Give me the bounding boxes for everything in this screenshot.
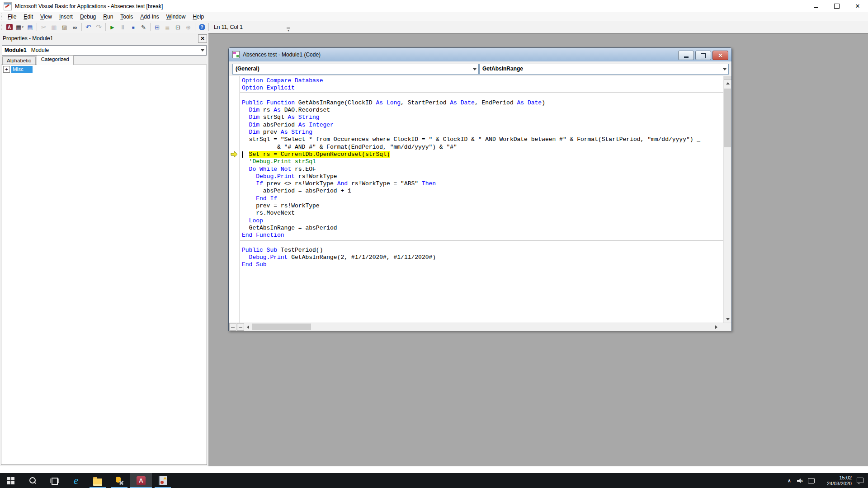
vertical-scroll-thumb[interactable] <box>724 89 731 147</box>
menu-item-add-ins[interactable]: Add-Ins <box>137 12 162 21</box>
project-explorer-button[interactable]: ⊞ <box>152 22 162 32</box>
chevron-down-icon[interactable] <box>721 64 728 74</box>
code-line[interactable]: Debug.Print GetAbsInRange(2, #1/1/2020#,… <box>242 254 724 261</box>
maximize-button[interactable] <box>826 0 847 12</box>
menu-item-help[interactable]: Help <box>189 12 208 21</box>
reset-button[interactable]: ■ <box>128 22 138 32</box>
cut-button[interactable]: ✂ <box>38 22 49 32</box>
design-mode-button[interactable]: ✎ <box>138 22 149 32</box>
minimize-button[interactable] <box>806 0 826 12</box>
code-line[interactable]: Debug.Print rs!WorkType <box>242 173 724 180</box>
clock[interactable]: 15:02 24/03/2020 <box>816 475 854 487</box>
code-line[interactable]: Set rs = CurrentDb.OpenRecordset(strSql) <box>242 151 724 158</box>
code-line[interactable]: Do While Not rs.EOF <box>242 166 724 173</box>
menu-item-run[interactable]: Run <box>99 12 117 21</box>
tablet-tray-icon[interactable] <box>806 473 816 488</box>
code-line[interactable]: absPeriod = absPeriod + 1 <box>242 188 724 195</box>
code-line[interactable]: Dim rs As DAO.Recordset <box>242 107 724 114</box>
code-line[interactable]: If prev <> rs!WorkType And rs!WorkType =… <box>242 180 724 188</box>
code-line[interactable]: prev = rs!WorkType <box>242 202 724 210</box>
code-restore-button[interactable] <box>695 51 711 60</box>
internet-explorer-taskbar-button[interactable]: e <box>65 473 87 488</box>
code-line[interactable]: Option Explicit <box>242 84 724 92</box>
code-line[interactable]: Public Function GetAbsInRange(ClockID As… <box>242 99 724 107</box>
horizontal-scrollbar[interactable] <box>229 323 731 331</box>
menu-item-file[interactable]: File <box>4 12 20 21</box>
menu-item-insert[interactable]: Insert <box>56 12 76 21</box>
run-button[interactable]: ▶ <box>107 22 118 32</box>
save-button[interactable]: ▤ <box>25 22 35 32</box>
copy-button[interactable]: ▥ <box>49 22 59 32</box>
redo-button[interactable]: ↷ <box>94 22 104 32</box>
horizontal-scroll-thumb[interactable] <box>252 324 311 330</box>
property-row-misc[interactable]: + Misc <box>1 65 207 73</box>
help-button[interactable]: ? <box>197 22 207 32</box>
scroll-up-button[interactable] <box>724 80 731 87</box>
code-line[interactable]: End Function <box>242 232 724 239</box>
full-module-view-button[interactable] <box>237 323 244 331</box>
code-pane[interactable]: Option Compare DatabaseOption ExplicitPu… <box>240 76 724 323</box>
undo-button[interactable]: ↶ <box>83 22 94 32</box>
code-line[interactable]: Dim prev As String <box>242 129 724 136</box>
vertical-scrollbar[interactable] <box>723 76 731 323</box>
object-box-dropdown[interactable]: (General) <box>232 64 479 75</box>
insert-module-button[interactable]: ▦▾ <box>14 22 25 32</box>
margin-indicator-bar[interactable] <box>229 76 240 323</box>
code-line[interactable]: 'Debug.Print strSql <box>242 158 724 165</box>
object-browser-button[interactable]: ⊡ <box>173 22 183 32</box>
file-explorer-taskbar-button[interactable] <box>87 473 108 488</box>
code-line[interactable]: Dim strSql As String <box>242 114 724 121</box>
scroll-right-button[interactable] <box>712 323 720 331</box>
code-line[interactable]: Loop <box>242 217 724 225</box>
find-button[interactable]: ∞ <box>70 22 80 32</box>
object-dropdown[interactable]: Module1 Module <box>2 45 207 56</box>
chevron-down-icon[interactable] <box>471 64 478 74</box>
code-line[interactable]: End If <box>242 195 724 202</box>
toolbar-options-button[interactable]: ▾ <box>285 22 292 33</box>
code-line[interactable]: End Sub <box>242 261 724 268</box>
code-line[interactable]: strSql = "Select * from Occurences where… <box>242 136 724 143</box>
tab-alphabetic[interactable]: Alphabetic <box>2 56 36 65</box>
toolbox-button[interactable]: ⊕ <box>183 22 193 32</box>
code-line[interactable]: Public Sub TestPeriod() <box>242 247 724 254</box>
menu-item-window[interactable]: Window <box>163 12 189 21</box>
expand-icon[interactable]: + <box>3 66 10 73</box>
break-button[interactable]: ‖ <box>118 22 128 32</box>
code-line[interactable]: GetAbsInRange = absPeriod <box>242 225 724 232</box>
action-center-icon[interactable] <box>854 473 865 488</box>
access-taskbar-button[interactable]: A <box>130 473 152 488</box>
toolbar-grip[interactable] <box>1 14 2 20</box>
view-access-button[interactable]: A <box>4 22 14 32</box>
menu-item-edit[interactable]: Edit <box>20 12 37 21</box>
close-button[interactable]: ✕ <box>847 0 868 12</box>
toolbar-grip[interactable] <box>1 24 2 30</box>
code-line[interactable]: Dim absPeriod As Integer <box>242 122 724 129</box>
code-minimize-button[interactable] <box>678 51 694 60</box>
search-button[interactable] <box>22 473 43 488</box>
code-line[interactable]: & "# AND #" & Format(EndPeriod, "mm/dd/y… <box>242 144 724 151</box>
code-close-button[interactable]: ✕ <box>712 51 728 60</box>
tab-categorized[interactable]: Categorized <box>37 55 74 65</box>
procedure-box-dropdown[interactable]: GetAbsInRange <box>479 64 729 75</box>
scroll-down-button[interactable] <box>724 315 731 323</box>
code-line[interactable] <box>242 92 724 99</box>
database-tool-taskbar-button[interactable] <box>108 473 130 488</box>
code-window-titlebar[interactable]: Absences test - Module1 (Code) ✕ <box>229 48 731 62</box>
task-view-button[interactable] <box>43 473 65 488</box>
vba-notebook-taskbar-button[interactable] <box>152 473 174 488</box>
code-line[interactable] <box>242 239 724 247</box>
paste-button[interactable]: ▨ <box>59 22 70 32</box>
menu-item-view[interactable]: View <box>37 12 56 21</box>
procedure-view-button[interactable] <box>229 323 236 331</box>
volume-muted-icon[interactable]: ✕ <box>795 473 806 488</box>
properties-window-button[interactable]: ≣ <box>162 22 173 32</box>
chevron-down-icon[interactable] <box>198 46 206 55</box>
start-button[interactable] <box>0 473 22 488</box>
scroll-left-button[interactable] <box>244 323 252 331</box>
code-line[interactable]: Option Compare Database <box>242 77 724 84</box>
properties-close-button[interactable]: ✕ <box>198 34 207 43</box>
menu-item-tools[interactable]: Tools <box>117 12 137 21</box>
tray-chevron-up-icon[interactable]: ∧ <box>784 473 795 488</box>
code-line[interactable]: rs.MoveNext <box>242 210 724 217</box>
menu-item-debug[interactable]: Debug <box>76 12 99 21</box>
